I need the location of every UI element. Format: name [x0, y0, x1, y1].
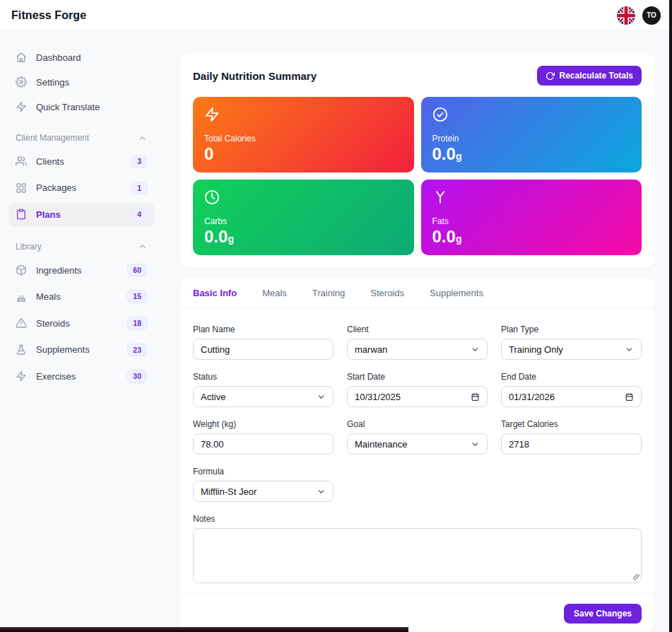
- zap-icon: [204, 107, 403, 122]
- goal-label: Goal: [347, 419, 488, 429]
- end-date-input[interactable]: 01/31/2026: [501, 386, 642, 407]
- sidebar-item-settings[interactable]: Settings: [8, 71, 154, 93]
- count-badge: 18: [127, 317, 147, 330]
- user-avatar[interactable]: TO: [642, 6, 661, 25]
- sidebar-item-label: Packages: [36, 182, 76, 193]
- status-label: Status: [193, 372, 334, 382]
- sidebar-item-clients[interactable]: Clients 3: [8, 150, 154, 173]
- client-label: Client: [347, 324, 488, 334]
- sidebar-item-dashboard[interactable]: Dashboard: [8, 47, 154, 68]
- goal-select[interactable]: Maintenance: [347, 433, 488, 455]
- target-calories-label: Target Calories: [501, 419, 642, 429]
- clipboard-icon: [16, 209, 27, 220]
- stat-card-total-calories: Total Calories 0: [193, 97, 414, 172]
- sidebar-item-label: Plans: [36, 209, 61, 220]
- fork-icon: [432, 189, 631, 205]
- count-badge: 4: [131, 208, 147, 221]
- chevron-down-icon: [625, 345, 634, 354]
- sidebar-item-meals[interactable]: Meals 15: [8, 285, 154, 308]
- stat-value: 0.0g: [204, 228, 403, 245]
- weight-input[interactable]: [193, 433, 334, 455]
- box-icon: [16, 264, 27, 276]
- window-edge-right: [669, 0, 672, 632]
- sidebar-item-steroids[interactable]: Steroids 18: [8, 312, 154, 335]
- sidebar-item-quick-translate[interactable]: Quick Translate: [8, 96, 154, 117]
- cake-icon: [16, 291, 27, 303]
- count-badge: 23: [127, 344, 147, 357]
- home-icon: [16, 52, 27, 63]
- client-select[interactable]: marwan: [347, 339, 488, 360]
- language-flag-uk-icon[interactable]: [617, 6, 635, 25]
- app-header: Fitness Forge TO: [0, 0, 672, 31]
- plan-type-select[interactable]: Training Only: [501, 339, 642, 360]
- chevron-up-icon: [138, 242, 147, 251]
- formula-select[interactable]: Mifflin-St Jeor: [193, 481, 334, 502]
- main-content: Daily Nutrition Summary Recalculate Tota…: [163, 31, 672, 632]
- check-circle-icon: [432, 107, 631, 122]
- app-title: Fitness Forge: [11, 9, 86, 22]
- zap-icon: [16, 101, 27, 112]
- tab-bar: Basic Info Meals Training Steroids Suppl…: [180, 278, 654, 309]
- section-label: Library: [16, 242, 42, 252]
- tab-basic-info[interactable]: Basic Info: [193, 288, 237, 298]
- status-select[interactable]: Active: [193, 386, 334, 407]
- sidebar-item-plans[interactable]: Plans 4: [8, 203, 154, 226]
- plan-name-label: Plan Name: [193, 324, 334, 334]
- weight-label: Weight (kg): [193, 419, 334, 429]
- sidebar-item-label: Ingredients: [36, 265, 81, 276]
- stat-value: 0.0g: [432, 228, 631, 245]
- stat-label: Fats: [432, 216, 631, 226]
- stat-label: Total Calories: [204, 134, 403, 144]
- start-date-input[interactable]: 10/31/2025: [347, 386, 488, 407]
- zap-icon: [16, 370, 27, 382]
- stat-value: 0.0g: [432, 146, 631, 163]
- tab-supplements[interactable]: Supplements: [430, 288, 483, 298]
- grid-icon: [16, 182, 27, 194]
- stat-card-fats: Fats 0.0g: [421, 180, 642, 255]
- sidebar-item-label: Meals: [36, 291, 61, 302]
- section-label: Client Management: [16, 133, 89, 143]
- calendar-icon: [625, 392, 634, 402]
- plan-type-label: Plan Type: [501, 324, 642, 334]
- tab-meals[interactable]: Meals: [262, 288, 287, 298]
- chevron-up-icon: [138, 134, 147, 143]
- start-date-label: Start Date: [347, 372, 488, 382]
- sidebar: Dashboard Settings Quick Translate Clien…: [0, 31, 163, 632]
- sidebar-item-label: Exercises: [36, 371, 76, 382]
- sidebar-item-label: Quick Translate: [36, 102, 100, 112]
- sidebar-item-packages[interactable]: Packages 1: [8, 177, 154, 200]
- sidebar-item-ingredients[interactable]: Ingredients 60: [8, 259, 154, 282]
- count-badge: 60: [127, 264, 147, 277]
- tab-steroids[interactable]: Steroids: [370, 288, 404, 298]
- gear-icon: [16, 76, 27, 88]
- sidebar-section-library[interactable]: Library: [8, 238, 154, 256]
- chevron-down-icon: [317, 392, 326, 402]
- nutrition-summary-title: Daily Nutrition Summary: [193, 70, 317, 82]
- sidebar-section-client-management[interactable]: Client Management: [8, 129, 154, 147]
- count-badge: 15: [127, 290, 147, 303]
- stat-card-protein: Protein 0.0g: [421, 97, 642, 172]
- chevron-down-icon: [471, 345, 480, 354]
- notes-label: Notes: [193, 514, 642, 524]
- calendar-icon: [471, 392, 480, 402]
- sidebar-item-label: Settings: [36, 77, 69, 88]
- end-date-label: End Date: [501, 372, 642, 382]
- save-changes-button[interactable]: Save Changes: [564, 604, 642, 624]
- sidebar-item-exercises[interactable]: Exercises 30: [8, 365, 154, 388]
- formula-label: Formula: [193, 467, 334, 476]
- sidebar-item-supplements[interactable]: Supplements 23: [8, 339, 154, 362]
- plan-name-input[interactable]: [193, 339, 334, 360]
- target-calories-input[interactable]: [501, 433, 642, 455]
- sidebar-item-label: Dashboard: [36, 52, 81, 63]
- tab-training[interactable]: Training: [312, 288, 345, 298]
- clock-icon: [204, 189, 403, 205]
- sidebar-item-label: Supplements: [36, 344, 90, 355]
- users-icon: [16, 156, 27, 167]
- recalculate-totals-button[interactable]: Recalculate Totals: [537, 66, 642, 86]
- stat-label: Carbs: [204, 216, 403, 226]
- alert-triangle-icon: [16, 317, 27, 329]
- count-badge: 30: [127, 370, 147, 383]
- chevron-down-icon: [471, 440, 480, 449]
- notes-textarea[interactable]: [193, 528, 642, 583]
- count-badge: 1: [131, 182, 147, 195]
